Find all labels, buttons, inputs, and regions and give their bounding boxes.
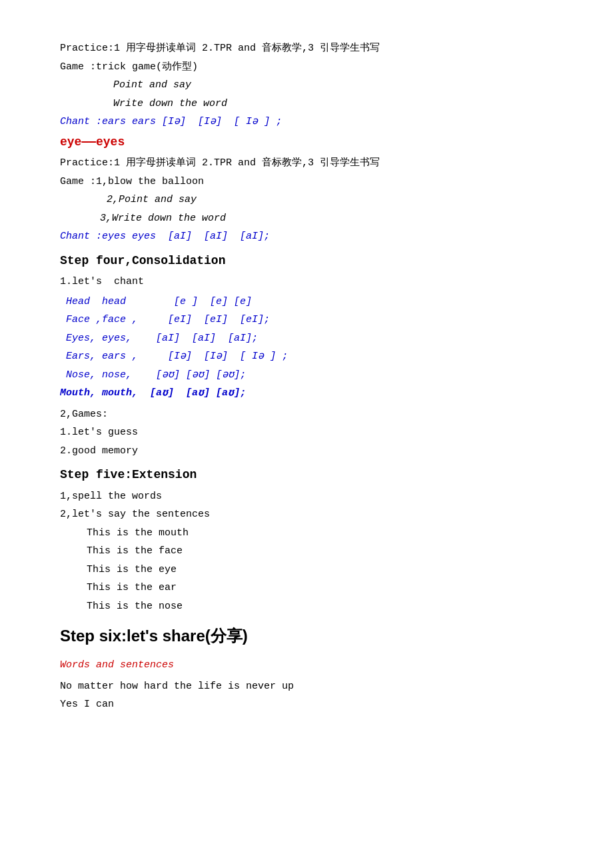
chant-head: Head head [e ] [e] [e] (60, 293, 560, 311)
chant-face: Face ,face , [eI] [eI] [eI]; (60, 311, 560, 329)
step-six-heading: Step six:let's share(分享) (60, 623, 560, 650)
line-4: Write down the word (113, 95, 560, 113)
sentence-nose: This is the nose (87, 598, 560, 615)
sentence-mouth: This is the mouth (87, 525, 560, 542)
line-5: Chant :ears ears [Iə] [Iə] [ Iə ] ; (60, 113, 560, 131)
line-2: Game :trick game(动作型) (60, 59, 560, 76)
game-1: 1.let's guess (60, 424, 560, 441)
sentence-face: This is the face (87, 543, 560, 560)
line-9: 2,Point and say (107, 191, 560, 209)
line-8: Game :1,blow the balloon (60, 173, 560, 191)
line-10: 3,Write down the word (100, 210, 560, 227)
say-sentences: 2,let's say the sentences (60, 506, 560, 523)
line-3: Point and say (113, 77, 560, 94)
chant-mouth: Mouth, mouth, [aʊ] [aʊ] [aʊ]; (60, 385, 560, 402)
motto-line1: No matter how hard the life is never up (60, 678, 560, 695)
sentence-eye: This is the eye (87, 561, 560, 579)
line-11: Chant :eyes eyes [aI] [aI] [aI]; (60, 228, 560, 245)
sentence-ear: This is the ear (87, 579, 560, 597)
eye-heading: eye——eyes (60, 132, 560, 153)
motto-line2: Yes I can (60, 696, 560, 713)
line-7: Practice:1 用字母拼读单词 2.TPR and 音标教学,3 引导学生… (60, 155, 560, 172)
chant-eyes: Eyes, eyes, [aI] [aI] [aI]; (60, 330, 560, 347)
words-sentences-label: Words and sentences (60, 657, 560, 674)
chant-ears: Ears, ears , [Iə] [Iə] [ Iə ] ; (60, 348, 560, 365)
spell-words: 1,spell the words (60, 488, 560, 505)
line-1: Practice:1 用字母拼读单词 2.TPR and 音标教学,3 引导学生… (60, 40, 560, 57)
game-2: 2.good memory (60, 443, 560, 460)
chant-nose: Nose, nose, [əʊ] [əʊ] [əʊ]; (60, 367, 560, 384)
line-chant-intro: 1.let's chant (60, 273, 560, 291)
page-content: Practice:1 用字母拼读单词 2.TPR and 音标教学,3 引导学生… (60, 40, 560, 713)
step-four-heading: Step four,Consolidation (60, 251, 560, 271)
step-five-heading: Step five:Extension (60, 465, 560, 485)
games-label: 2,Games: (60, 406, 560, 423)
